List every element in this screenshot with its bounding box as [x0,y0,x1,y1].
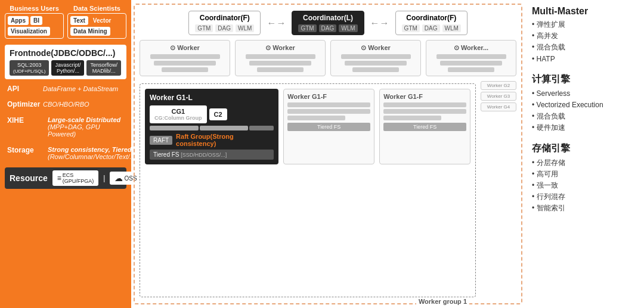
coord-f-right-title: Coordinator(F) [402,14,461,22]
tag-datamining: Data Mining [70,27,110,36]
gtm-tag: GTM [195,24,213,32]
cg-bar [200,126,249,130]
coord-f-left-title: Coordinator(F) [195,14,254,22]
bar [162,67,208,72]
resource-label: Resource [10,173,48,183]
multi-master-section: Multi-Master 弹性扩展 高并发 混合负载 HATP [532,6,637,65]
wlm-tag-r: WLM [442,24,461,32]
bar [246,54,315,59]
worker-row: ⊙ Worker ⊙ Worker ⊙ Worker ⊙ [140,40,516,76]
tiered-fs-g1f2: Tiered FS [383,123,466,131]
cloud-icon: ☁ [114,173,123,183]
worker-1-title: ⊙ Worker [146,44,224,52]
mini-worker-1: Worker G2 [481,81,516,90]
user-groups: Business Users Apps BI Visualization Dat… [5,5,126,39]
cg-col-group: CG:Column Group [154,115,202,121]
g1f-bar [287,102,370,107]
left-panel: Business Users Apps BI Visualization Dat… [0,0,131,308]
dag-tag-r: DAG [422,24,440,32]
worker-3-title: ⊙ Worker [337,44,414,52]
resource-ecs: ≡ ECS(GPU/FPGA) [52,170,99,186]
bar [150,54,220,59]
xihe-title: Large-scale Distributed [48,116,124,123]
data-scientists-tags: Text Vector Data Mining [67,13,126,39]
bullet-ha: 高可用 [532,169,637,180]
coord-l-tags: GTM DAG WLM [298,24,357,32]
worker-2-title: ⊙ Worker [242,44,319,52]
compute-engine-section: 计算引擎 Serverless Vectorized Execution 混合负… [532,73,637,134]
coord-l-title: Coordinator(L) [298,14,357,22]
optimizer-label: Optimizer [7,100,43,108]
tag-bi: BI [30,16,42,25]
multi-master-bullets: 弹性扩展 高并发 混合负载 HATP [532,19,637,65]
frontnode-items: SQL:2003(UDF+PL/SQL) Javascript/Python/.… [10,60,122,76]
bullet-3: 混合负载 [532,42,637,53]
worker-3-bars [337,54,414,72]
ecs-label: ECS(GPU/FPGA) [63,172,94,184]
gtm-tag-r: GTM [402,24,420,32]
worker-3: ⊙ Worker [330,40,421,76]
worker-1-bars [146,54,224,72]
raft-row: RAFT Raft Group(Strong consistency) [150,133,274,147]
g1f2-bars [383,102,466,120]
worker-group-1: Worker G1-L CG1 CG:Column Group C2 [140,83,476,297]
cg1-label: CG1 [154,108,202,115]
coordinator-l: Coordinator(L) GTM DAG WLM [292,11,364,35]
optimizer-value: CBO/HBO/RBO [43,101,89,108]
worker-1: ⊙ Worker [140,40,230,76]
dag-tag-l: DAG [319,24,337,32]
worker-g1-l: Worker G1-L CG1 CG:Column Group C2 [145,89,278,164]
worker-g1l-title: Worker G1-L [150,94,274,102]
bullet-tiered: 分层存储 [532,157,637,169]
data-scientists-label: Data Scientists [67,5,126,12]
bullet-hardware: 硬件加速 [532,122,637,133]
bullet-smart-index: 智能索引 [532,203,637,214]
bar [345,61,407,66]
divider: | [103,174,105,182]
mini-worker-2: Worker G3 [481,92,516,101]
compute-engine-bullets: Serverless Vectorized Execution 混合负载 硬件加… [532,88,637,134]
g1f1-bars [287,102,370,120]
c2-box: C2 [209,108,227,120]
bullet-2: 高并发 [532,30,637,42]
worker-g1f2-title: Worker G1-F [383,93,466,100]
bullet-mixed-storage: 行列混存 [532,191,637,203]
tiered-fs-g1l: Tiered FS [SSD/HDD/OSS/...] [150,150,274,160]
dag-tag: DAG [215,24,233,32]
tiered-fs-g1f1: Tiered FS [287,123,370,131]
arrow-left: ←→ [267,18,286,29]
api-row: API DataFrame + DataStream [5,83,126,95]
bullet-vectorized: Vectorized Execution [532,99,637,111]
coordinator-row: Coordinator(F) GTM DAG WLM ←→ Coordinato… [140,11,516,35]
frontnode-title: Frontnode(JDBC/ODBC/...) [10,48,122,58]
c2-label: C2 [214,111,222,118]
bar [448,67,494,72]
worker-g1f-2: Worker G1-F Tiered FS [379,89,470,164]
api-value: DataFrame + DataStream [43,85,118,92]
compute-engine-title: 计算引擎 [532,73,637,86]
worker-4-title: ⊙ Worker... [432,44,510,52]
worker-2-bars [242,54,319,72]
storage-sub: (Row/Columnar/Vector/Text/...) [48,153,137,160]
bar [154,61,216,66]
data-scientists-group: Data Scientists Text Vector Data Mining [67,5,126,39]
bar [341,54,411,59]
multi-master-title: Multi-Master [532,6,637,17]
tag-vector: Vector [90,16,114,25]
tiered-sub: [SSD/HDD/OSS/...] [181,152,227,158]
fn-js: Javascript/Python/... [51,60,84,76]
wlm-tag: WLM [236,24,254,32]
frontnode-box: Frontnode(JDBC/ODBC/...) SQL:2003(UDF+PL… [5,45,126,79]
raft-strong: Raft Group(Strong consistency) [176,133,274,147]
worker-g1f-1: Worker G1-F Tiered FS [283,89,374,164]
bullet-consistency: 强一致 [532,180,637,191]
raft-label: RAFT [150,136,172,145]
bar [249,61,311,66]
business-users-group: Business Users Apps BI Visualization [5,5,64,39]
arrow-right: ←→ [370,18,389,29]
g1f-bar [383,116,441,120]
cg-bar [249,126,274,130]
api-label: API [7,85,43,93]
storage-row: Storage Strong consistency, Tiered (Row/… [5,144,126,163]
bar [440,61,502,66]
